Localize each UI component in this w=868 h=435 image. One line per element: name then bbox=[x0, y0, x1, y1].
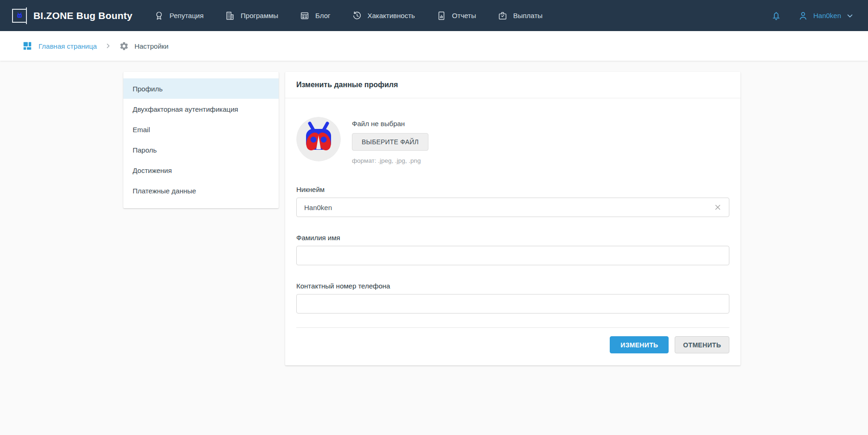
history-icon bbox=[352, 11, 362, 21]
newspaper-icon bbox=[300, 11, 310, 21]
nav-label: Программы bbox=[241, 12, 278, 19]
breadcrumb-home-label: Главная страница bbox=[38, 42, 97, 50]
submit-button[interactable]: ИЗМЕНИТЬ bbox=[610, 336, 669, 353]
nav-label: Блог bbox=[315, 12, 330, 19]
sidebar-item-payment-details[interactable]: Платежные данные bbox=[123, 180, 279, 201]
choose-file-button[interactable]: ВЫБЕРИТЕ ФАЙЛ bbox=[352, 133, 428, 151]
nickname-input[interactable] bbox=[296, 198, 729, 217]
bizone-bug-logo-icon bbox=[12, 9, 26, 23]
avatar-ladybug-image bbox=[296, 117, 341, 161]
gear-icon bbox=[119, 41, 129, 51]
fullname-label: Фамилия имя bbox=[296, 234, 729, 242]
breadcrumb-home-link[interactable]: Главная страница bbox=[22, 41, 97, 51]
sidebar-item-password[interactable]: Пароль bbox=[123, 140, 279, 160]
navbar-right: Han0ken bbox=[771, 10, 854, 21]
nav-label: Хакактивность bbox=[368, 12, 415, 19]
nav-label: Репутация bbox=[170, 12, 204, 19]
panel-title: Изменить данные профиля bbox=[296, 81, 398, 89]
nav-label: Выплаты bbox=[513, 12, 542, 19]
nav-item-hackactivity[interactable]: Хакактивность bbox=[352, 11, 415, 21]
nav-item-payouts[interactable]: Выплаты bbox=[498, 11, 542, 21]
report-icon bbox=[436, 11, 447, 21]
panel-header: Изменить данные профиля bbox=[285, 72, 740, 98]
phone-field-group: Контактный номер телефона bbox=[296, 282, 729, 313]
cancel-button[interactable]: ОТМЕНИТЬ bbox=[675, 336, 729, 353]
file-status-text: Файл не выбран bbox=[352, 120, 428, 128]
file-format-hint: формат: .jpeg, .jpg, .png bbox=[352, 157, 428, 164]
nav-item-programs[interactable]: Программы bbox=[225, 11, 278, 21]
sidebar-item-two-factor[interactable]: Двухфакторная аутентификация bbox=[123, 99, 279, 119]
username: Han0ken bbox=[813, 12, 841, 19]
bell-icon[interactable] bbox=[771, 10, 782, 21]
person-icon bbox=[798, 10, 809, 21]
user-menu[interactable]: Han0ken bbox=[798, 10, 854, 21]
breadcrumb-current-label: Настройки bbox=[134, 42, 169, 50]
briefcase-icon bbox=[498, 11, 508, 21]
breadcrumb-current: Настройки bbox=[119, 41, 169, 51]
settings-sidebar: Профиль Двухфакторная аутентификация Ema… bbox=[123, 72, 279, 208]
breadcrumb: Главная страница Настройки bbox=[0, 31, 868, 61]
top-navbar: BI.ZONE Bug Bounty Репутация bbox=[0, 0, 868, 31]
building-icon bbox=[225, 11, 235, 21]
fullname-field-group: Фамилия имя bbox=[296, 234, 729, 265]
phone-label: Контактный номер телефона bbox=[296, 282, 729, 290]
sidebar-item-profile[interactable]: Профиль bbox=[123, 78, 279, 99]
nav-label: Отчеты bbox=[452, 12, 476, 19]
nickname-label: Никнейм bbox=[296, 186, 729, 193]
sidebar-item-achievements[interactable]: Достижения bbox=[123, 160, 279, 180]
sidebar-item-email[interactable]: Email bbox=[123, 119, 279, 140]
footer-divider bbox=[296, 327, 729, 328]
nav-item-reports[interactable]: Отчеты bbox=[436, 11, 476, 21]
file-upload-block: Файл не выбран ВЫБЕРИТЕ ФАЙЛ формат: .jp… bbox=[352, 117, 428, 164]
nav-item-reputation[interactable]: Репутация bbox=[154, 11, 204, 21]
profile-panel: Изменить данные профиля bbox=[285, 72, 740, 365]
fullname-input[interactable] bbox=[296, 246, 729, 265]
nickname-field-group: Никнейм bbox=[296, 186, 729, 217]
brand-logo[interactable]: BI.ZONE Bug Bounty bbox=[12, 7, 133, 24]
settings-content: Профиль Двухфакторная аутентификация Ema… bbox=[0, 61, 868, 365]
profile-fields: Никнейм Фамилия имя bbox=[296, 186, 729, 313]
phone-input[interactable] bbox=[296, 294, 729, 313]
brand-title: BI.ZONE Bug Bounty bbox=[33, 10, 133, 21]
logo-divider bbox=[26, 7, 27, 24]
clear-nickname-icon[interactable] bbox=[713, 202, 723, 212]
dashboard-grid-icon bbox=[22, 41, 32, 51]
avatar-section: Файл не выбран ВЫБЕРИТЕ ФАЙЛ формат: .jp… bbox=[296, 117, 729, 164]
main-nav: Репутация Программы bbox=[154, 11, 542, 21]
medal-icon bbox=[154, 11, 164, 21]
panel-body: Файл не выбран ВЫБЕРИТЕ ФАЙЛ формат: .jp… bbox=[285, 98, 740, 365]
chevron-down-icon bbox=[846, 12, 854, 20]
form-actions: ИЗМЕНИТЬ ОТМЕНИТЬ bbox=[296, 336, 729, 353]
nav-item-blog[interactable]: Блог bbox=[300, 11, 330, 21]
chevron-right-icon bbox=[105, 43, 111, 49]
